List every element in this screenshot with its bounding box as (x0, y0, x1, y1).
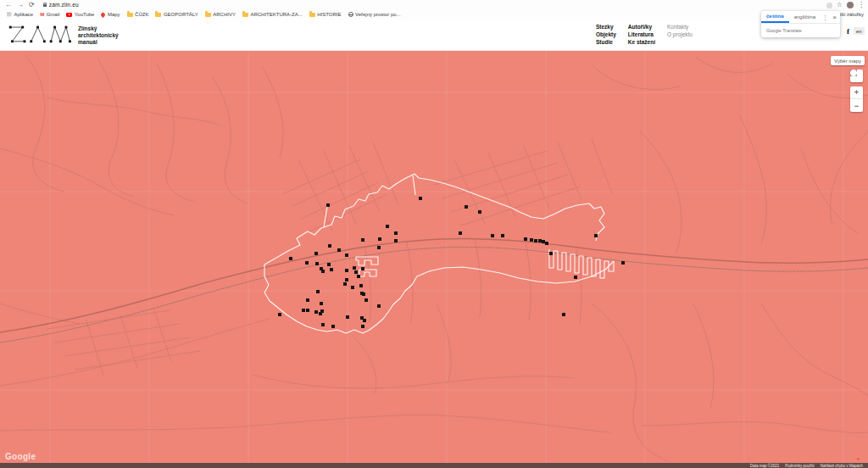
bookmark-item[interactable]: Veřejný prostor po... (348, 12, 401, 17)
map-marker[interactable] (377, 304, 381, 308)
bookmark-item[interactable]: MGmail (40, 12, 59, 17)
map-marker[interactable] (343, 282, 347, 286)
nav-item[interactable]: Autoři/ky (628, 24, 655, 31)
bookmark-star-icon[interactable]: ☆ (837, 1, 843, 9)
map-marker[interactable] (394, 239, 398, 242)
map-marker[interactable] (327, 263, 331, 266)
attribution-link[interactable]: Podmínky použití (785, 464, 815, 468)
bookmark-item[interactable]: ARCHITEKTURA-ZA... (242, 12, 303, 17)
map-marker[interactable] (419, 197, 422, 200)
nav-item[interactable]: Literatura (628, 31, 655, 38)
map-marker[interactable] (331, 325, 335, 328)
bookmark-item[interactable]: Mapy (101, 12, 120, 17)
map-marker[interactable] (306, 309, 309, 312)
map-marker[interactable] (321, 323, 325, 326)
nav-item[interactable]: Ke stažení (628, 39, 655, 46)
map-marker[interactable] (549, 252, 553, 255)
bookmark-item[interactable]: ARCHIVY (205, 12, 236, 17)
map-marker[interactable] (320, 302, 323, 305)
forward-icon[interactable]: → (17, 1, 24, 9)
zoom-in-button[interactable]: + (850, 86, 863, 99)
nav-item[interactable]: Studie (596, 39, 616, 46)
map-marker[interactable] (459, 231, 462, 235)
map-marker[interactable] (361, 238, 364, 242)
map-marker[interactable] (319, 312, 322, 315)
browser-menu-icon[interactable]: ⋮ (858, 1, 865, 9)
map-type-button[interactable]: Výběr mapy (831, 56, 865, 65)
facebook-icon[interactable]: f (847, 27, 849, 36)
translate-tab-english[interactable]: angličtina (789, 11, 821, 23)
map-marker[interactable] (315, 262, 319, 265)
map-marker[interactable] (362, 292, 365, 296)
nav-item[interactable]: Objekty (596, 31, 616, 38)
url-text[interactable]: zam.zlin.eu (49, 2, 79, 8)
map-marker[interactable] (562, 313, 565, 316)
language-switch[interactable]: en (854, 27, 865, 35)
map[interactable]: Výběr mapy + − Google Data map ©2021Podm… (0, 51, 868, 468)
map-marker[interactable] (378, 237, 381, 241)
map-marker[interactable] (351, 286, 354, 289)
extensions-icon[interactable] (826, 3, 832, 8)
map-marker[interactable] (302, 309, 305, 312)
fullscreen-button[interactable] (850, 70, 863, 82)
nav-item[interactable]: Stezky (596, 24, 616, 31)
map-marker[interactable] (337, 248, 341, 252)
nav-item[interactable]: Kontakty (667, 24, 693, 31)
map-marker[interactable] (306, 298, 309, 302)
map-marker[interactable] (377, 246, 381, 249)
map-marker[interactable] (321, 270, 325, 273)
map-marker[interactable] (346, 315, 349, 319)
bookmark-item[interactable]: HISTORIE (309, 12, 342, 17)
address-bar[interactable]: zam.zlin.eu (43, 2, 79, 8)
map-marker[interactable] (326, 203, 330, 207)
map-marker[interactable] (330, 268, 333, 271)
map-marker[interactable] (354, 270, 358, 274)
map-marker[interactable] (394, 231, 398, 235)
bookmark-item[interactable]: YouTube (66, 12, 94, 17)
map-marker[interactable] (386, 225, 389, 228)
map-marker[interactable] (524, 237, 527, 241)
map-marker[interactable] (363, 319, 366, 322)
zoom-out-button[interactable]: − (850, 99, 863, 112)
map-marker[interactable] (289, 257, 292, 260)
avatar[interactable] (847, 2, 854, 8)
map-marker[interactable] (545, 242, 548, 245)
translate-menu-icon[interactable]: ⋮ (822, 14, 828, 21)
nav-item[interactable]: O projektu (667, 31, 693, 38)
google-logo[interactable]: Google (5, 452, 36, 461)
translate-close-icon[interactable]: × (832, 14, 837, 21)
map-marker[interactable] (594, 234, 598, 237)
map-marker[interactable] (359, 284, 363, 287)
bookmark-item[interactable]: GEOPORTÁLY (155, 12, 198, 17)
map-marker[interactable] (345, 269, 348, 272)
map-marker[interactable] (621, 261, 625, 265)
map-marker[interactable] (534, 239, 537, 242)
bookmark-item[interactable]: Aplikace (7, 12, 33, 17)
map-marker[interactable] (314, 252, 318, 255)
map-marker[interactable] (364, 298, 368, 302)
back-icon[interactable]: ← (5, 1, 12, 9)
map-marker[interactable] (574, 276, 577, 279)
reload-icon[interactable]: ⟳ (29, 1, 35, 9)
bookmark-item[interactable]: ČÚZK (127, 12, 149, 17)
map-marker[interactable] (357, 275, 360, 278)
map-marker[interactable] (501, 234, 504, 237)
map-marker[interactable] (361, 267, 364, 270)
attribution-link[interactable]: Data map ©2021 (750, 464, 779, 468)
map-marker[interactable] (478, 210, 481, 214)
map-marker[interactable] (278, 313, 281, 316)
map-marker[interactable] (465, 205, 468, 209)
map-marker[interactable] (530, 238, 533, 242)
translate-tab-czech[interactable]: čeština (761, 11, 789, 23)
map-marker[interactable] (353, 266, 356, 270)
map-marker[interactable] (328, 244, 331, 248)
map-marker[interactable] (491, 234, 494, 237)
map-marker[interactable] (361, 325, 364, 328)
attribution-link[interactable]: Nahlásit chybu v Mapách (821, 464, 863, 468)
map-marker[interactable] (316, 290, 320, 293)
map-marker[interactable] (305, 261, 309, 265)
map-marker[interactable] (314, 310, 318, 314)
map-marker[interactable] (345, 254, 348, 257)
zam-logo[interactable] (8, 25, 75, 48)
map-marker[interactable] (345, 278, 348, 281)
